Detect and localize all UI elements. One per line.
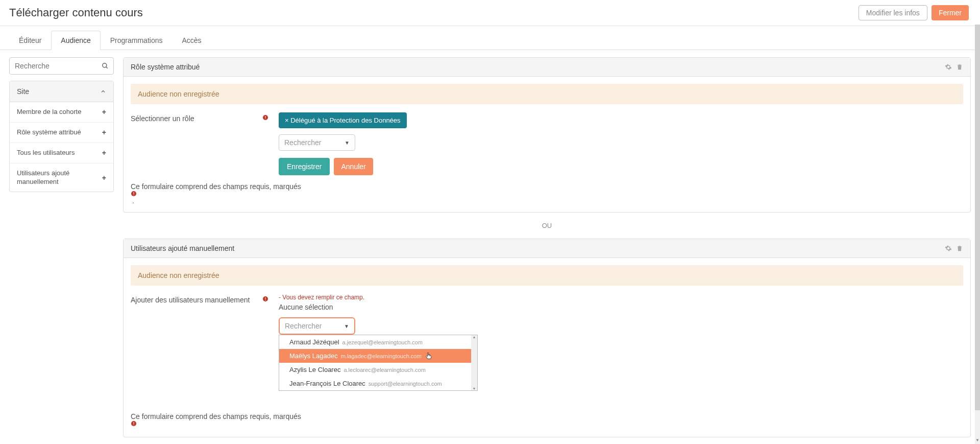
svg-rect-6: [134, 192, 134, 194]
chevron-down-icon: ▼: [975, 438, 980, 444]
required-footer-note: Ce formulaire comprend des champs requis…: [131, 412, 963, 435]
modify-info-button[interactable]: Modifier les infos: [859, 5, 927, 20]
close-button[interactable]: Fermer: [932, 5, 969, 20]
sidebar-item-label: Utilisateurs ajouté manuellement: [17, 169, 102, 186]
combo-placeholder: Rechercher: [285, 322, 322, 330]
option-name: Maëlys Lagadec: [289, 352, 338, 360]
dropdown-option[interactable]: Maëlys Lagadecm.lagadec@elearningtouch.c…: [279, 349, 471, 363]
page-scrollbar[interactable]: ▼: [975, 25, 980, 444]
option-email: m.lagadec@elearningtouch.com: [341, 353, 422, 359]
svg-point-0: [103, 63, 107, 67]
card-header: Rôle système attribué: [124, 58, 970, 77]
warning-banner: Audience non enregistrée: [131, 265, 963, 286]
scrollbar-thumb[interactable]: [975, 25, 980, 410]
sidebar-section-label: Site: [17, 87, 29, 96]
option-email: a.jezequel@elearningtouch.com: [342, 339, 423, 345]
content-area: Site Membre de la cohorte + Rôle système…: [0, 50, 980, 444]
card-title: Utilisateurs ajouté manuellement: [131, 244, 234, 252]
chevron-down-icon: ▼: [345, 140, 350, 146]
page-header: Télécharger contenu cours Modifier les i…: [0, 0, 980, 26]
sidebar-item-label: Rôle système attribué: [17, 128, 102, 137]
required-icon: [262, 114, 268, 121]
card-body: Audience non enregistrée Ajouter des uti…: [124, 258, 970, 437]
form-row-add-users: Ajouter des utilisateurs manuellement - …: [131, 294, 963, 391]
card-body: Audience non enregistrée Sélectionner un…: [124, 77, 970, 212]
page-title: Télécharger contenu cours: [9, 6, 143, 19]
footer-text-end: .: [132, 197, 134, 205]
card-actions: [945, 245, 963, 252]
card-title: Rôle système attribué: [131, 63, 200, 71]
svg-rect-10: [265, 300, 266, 300]
card-manual-users: Utilisateurs ajouté manuellement Audienc…: [123, 239, 971, 437]
sidebar-item-cohort[interactable]: Membre de la cohorte +: [10, 102, 113, 123]
chevron-down-icon: ▼: [344, 323, 349, 329]
option-name: Azylis Le Cloarec: [289, 366, 340, 373]
required-icon: [262, 296, 268, 302]
user-search-combo[interactable]: Rechercher ▼: [279, 317, 355, 335]
form-control: × Délégué à la Protection des Données Re…: [279, 112, 963, 175]
search-icon[interactable]: [102, 62, 109, 69]
gear-icon[interactable]: [945, 245, 952, 252]
save-button[interactable]: Enregistrer: [279, 158, 330, 175]
tab-audience[interactable]: Audience: [51, 31, 100, 50]
form-control: - Vous devez remplir ce champ. Aucune sé…: [279, 294, 963, 391]
sidebar-section-site[interactable]: Site: [10, 81, 113, 102]
svg-rect-7: [134, 195, 134, 195]
trash-icon[interactable]: [956, 63, 963, 71]
sidebar-item-system-role[interactable]: Rôle système attribué +: [10, 123, 113, 143]
tab-editor[interactable]: Éditeur: [9, 31, 51, 50]
dropdown-scrollbar[interactable]: [471, 335, 477, 390]
tabs: Éditeur Audience Programmations Accès: [0, 30, 980, 50]
selection-status: Aucune sélection: [279, 303, 963, 311]
plus-icon: +: [102, 108, 106, 116]
required-icon: [131, 420, 963, 427]
sidebar: Site Membre de la cohorte + Rôle système…: [9, 57, 114, 192]
trash-icon[interactable]: [956, 245, 963, 252]
combo-placeholder: Rechercher: [284, 138, 321, 147]
required-icon: [131, 191, 963, 197]
plus-icon: +: [102, 128, 106, 136]
tab-schedules[interactable]: Programmations: [101, 31, 173, 50]
required-footer-note: Ce formulaire comprend des champs requis…: [131, 182, 963, 205]
gear-icon[interactable]: [945, 63, 952, 71]
user-dropdown: Arnaud Jézéquela.jezequel@elearningtouch…: [279, 335, 963, 391]
card-header: Utilisateurs ajouté manuellement: [124, 239, 970, 258]
tab-access[interactable]: Accès: [172, 31, 211, 50]
sidebar-item-all-users[interactable]: Tous les utilisateurs +: [10, 143, 113, 163]
sidebar-search-wrap: [9, 57, 114, 75]
form-label: Sélectionner un rôle: [131, 112, 279, 123]
header-actions: Modifier les infos Fermer: [859, 5, 969, 20]
footer-text: Ce formulaire comprend des champs requis…: [131, 412, 301, 420]
form-actions: Enregistrer Annuler: [279, 158, 963, 175]
option-email: a.lecloarec@elearningtouch.com: [344, 367, 425, 373]
label-text: Sélectionner un rôle: [131, 114, 194, 123]
dropdown-option[interactable]: Arnaud Jézéquela.jezequel@elearningtouch…: [279, 335, 471, 349]
svg-rect-12: [134, 422, 134, 424]
sidebar-item-label: Tous les utilisateurs: [17, 149, 102, 157]
svg-line-1: [106, 67, 108, 68]
role-chip[interactable]: × Délégué à la Protection des Données: [279, 112, 407, 128]
sidebar-item-manual-users[interactable]: Utilisateurs ajouté manuellement +: [10, 163, 113, 192]
plus-icon: +: [102, 174, 106, 182]
plus-icon: +: [102, 149, 106, 157]
warning-banner: Audience non enregistrée: [131, 84, 963, 104]
chevron-up-icon: [100, 88, 106, 95]
dropdown-list: Arnaud Jézéquela.jezequel@elearningtouch…: [279, 335, 478, 391]
form-row-select-role: Sélectionner un rôle × Délégué à la Prot…: [131, 112, 963, 175]
svg-rect-4: [265, 119, 266, 119]
sidebar-item-label: Membre de la cohorte: [17, 108, 102, 116]
option-email: support@elearningtouch.com: [369, 381, 442, 387]
footer-text: Ce formulaire comprend des champs requis…: [131, 182, 301, 191]
cancel-button[interactable]: Annuler: [334, 158, 373, 175]
dropdown-option[interactable]: Jean-François Le Cloarecsupport@elearnin…: [279, 377, 471, 390]
divider-or: OU: [123, 222, 971, 229]
role-search-combo[interactable]: Rechercher ▼: [279, 134, 355, 151]
dropdown-option[interactable]: Azylis Le Cloareca.lecloarec@elearningto…: [279, 363, 471, 377]
sidebar-search-input[interactable]: [9, 57, 114, 75]
label-text: Ajouter des utilisateurs manuellement: [131, 296, 250, 304]
card-system-role: Rôle système attribué Audience non enreg…: [123, 57, 971, 213]
card-actions: [945, 63, 963, 71]
form-label: Ajouter des utilisateurs manuellement: [131, 294, 279, 304]
svg-rect-3: [265, 116, 266, 118]
option-name: Arnaud Jézéquel: [289, 338, 339, 346]
